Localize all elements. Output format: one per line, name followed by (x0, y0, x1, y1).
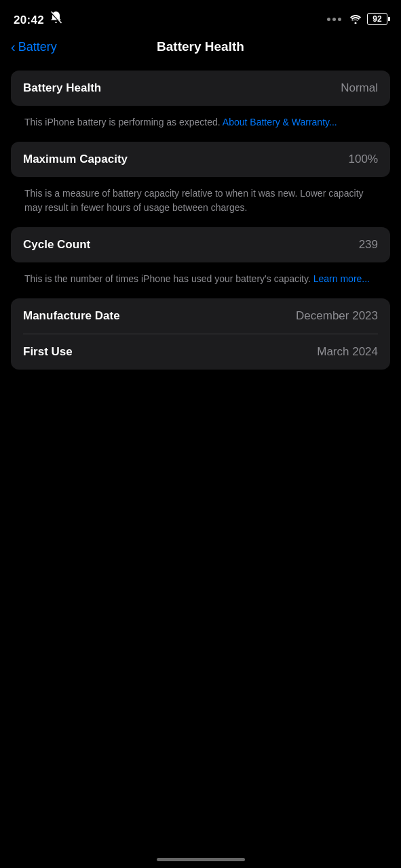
maximum-capacity-description: This is a measure of battery capacity re… (11, 182, 390, 227)
status-time-area: 20:42 (14, 12, 62, 27)
max-capacity-desc-text: This is a measure of battery capacity re… (24, 188, 364, 213)
battery-health-row: Battery Health Normal (11, 71, 390, 106)
back-chevron-icon: ‹ (11, 40, 16, 54)
maximum-capacity-label: Maximum Capacity (23, 153, 128, 166)
cycle-count-value: 239 (359, 238, 378, 252)
first-use-label: First Use (23, 345, 73, 359)
manufacture-date-row: Manufacture Date December 2023 (11, 298, 390, 334)
status-time: 20:42 (14, 14, 44, 26)
cycle-count-row: Cycle Count 239 (11, 227, 390, 262)
maximum-capacity-card: Maximum Capacity 100% (11, 142, 390, 177)
dates-card: Manufacture Date December 2023 First Use… (11, 298, 390, 370)
cycle-count-desc-text: This is the number of times iPhone has u… (24, 273, 311, 284)
signal-dot-2 (332, 18, 336, 21)
learn-more-link[interactable]: Learn more... (313, 273, 370, 284)
battery-indicator: 92 (367, 13, 387, 25)
signal-dot-1 (327, 18, 330, 21)
first-use-value: March 2024 (317, 345, 378, 359)
wifi-icon (349, 14, 362, 24)
signal-dot-3 (338, 18, 341, 21)
page-title: Battery Health (157, 39, 244, 54)
first-use-row: First Use March 2024 (11, 334, 390, 370)
cycle-count-card: Cycle Count 239 (11, 227, 390, 262)
home-indicator (157, 858, 245, 861)
battery-warranty-link[interactable]: About Battery & Warranty... (223, 117, 337, 127)
battery-health-desc-text: This iPhone battery is performing as exp… (24, 117, 221, 127)
back-label: Battery (18, 40, 57, 54)
svg-point-2 (355, 22, 357, 24)
maximum-capacity-row: Maximum Capacity 100% (11, 142, 390, 177)
nav-header: ‹ Battery Battery Health (0, 34, 401, 65)
maximum-capacity-value: 100% (349, 153, 378, 166)
status-bar: 20:42 92 (0, 0, 401, 34)
silent-mode-icon (51, 12, 62, 24)
signal-dots (327, 18, 341, 21)
status-icons: 92 (327, 13, 387, 25)
battery-health-card: Battery Health Normal (11, 71, 390, 106)
back-button[interactable]: ‹ Battery (11, 40, 57, 54)
cycle-count-label: Cycle Count (23, 238, 90, 252)
manufacture-date-label: Manufacture Date (23, 309, 120, 323)
manufacture-date-value: December 2023 (296, 309, 378, 323)
main-content: Battery Health Normal This iPhone batter… (0, 65, 401, 370)
battery-health-value: Normal (341, 81, 378, 95)
battery-level: 92 (367, 13, 387, 25)
cycle-count-description: This is the number of times iPhone has u… (11, 268, 390, 298)
battery-health-description: This iPhone battery is performing as exp… (11, 111, 390, 142)
battery-health-label: Battery Health (23, 81, 101, 95)
